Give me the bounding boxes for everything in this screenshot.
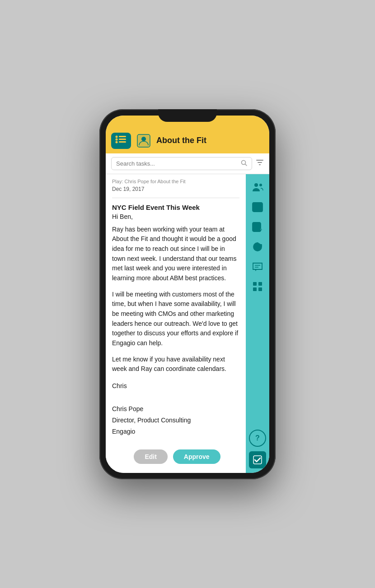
phone-notch [158, 109, 217, 122]
right-sidebar: ? [246, 174, 269, 473]
app-logo[interactable] [111, 133, 131, 149]
email-date: Dec 19, 2017 [112, 186, 239, 192]
email-paragraph-2: I will be meeting with customers most of… [112, 290, 239, 348]
svg-rect-28 [258, 287, 262, 291]
svg-point-12 [259, 184, 262, 186]
search-input-wrap[interactable] [111, 157, 252, 170]
email-meta: Play: Chris Pope for About the Fit [112, 179, 239, 184]
svg-point-0 [116, 139, 118, 141]
email-greeting: Hi Ben, [112, 213, 239, 220]
svg-rect-25 [253, 282, 257, 286]
svg-point-2 [116, 141, 118, 144]
bottom-actions: Edit Approve [112, 449, 242, 464]
edit-button[interactable]: Edit [134, 449, 167, 464]
sidebar-refresh-icon[interactable] [249, 238, 266, 255]
search-input[interactable] [116, 160, 238, 167]
phone-screen: About the Fit [106, 116, 269, 473]
sidebar-chat-icon[interactable] [249, 258, 266, 275]
signature-name: Chris Pope [112, 403, 239, 415]
help-label: ? [255, 434, 260, 442]
svg-point-1 [116, 136, 118, 138]
search-icon [241, 160, 247, 167]
phone-device: About the Fit [99, 109, 276, 479]
header-person-icon [136, 133, 152, 149]
email-signature: Chris Chris Pope Director, Product Consu… [112, 380, 239, 437]
svg-line-10 [245, 164, 247, 166]
page-title: About the Fit [156, 136, 264, 145]
sidebar-help-icon[interactable]: ? [249, 430, 266, 447]
email-paragraph-3: Let me know if you have availability nex… [112, 355, 239, 374]
svg-point-8 [141, 137, 146, 141]
signature-company: Engagio [112, 426, 239, 437]
svg-rect-26 [258, 282, 262, 286]
svg-rect-4 [119, 136, 126, 137]
svg-point-22 [253, 243, 262, 251]
sidebar-grid-icon[interactable] [249, 278, 266, 295]
sidebar-check-icon[interactable] [249, 451, 266, 468]
content-area[interactable]: Play: Chris Pope for About the Fit Dec 1… [106, 174, 246, 473]
svg-rect-27 [253, 287, 257, 291]
svg-rect-3 [119, 139, 126, 140]
email-subject: NYC Field Event This Week [112, 204, 239, 211]
divider [112, 198, 239, 198]
sidebar-list-icon[interactable] [249, 199, 266, 216]
approve-button[interactable]: Approve [173, 449, 220, 464]
svg-point-11 [254, 183, 258, 187]
sidebar-edit-list-icon[interactable] [249, 218, 266, 236]
email-closing: Chris [112, 380, 239, 392]
logo-icon [115, 134, 127, 147]
email-paragraph-1: Ray has been working with your team at A… [112, 225, 239, 283]
svg-rect-5 [119, 141, 126, 143]
filter-icon[interactable] [256, 158, 264, 169]
signature-title: Director, Product Consulting [112, 415, 239, 426]
main-content: Play: Chris Pope for About the Fit Dec 1… [106, 174, 269, 473]
sidebar-people-icon[interactable] [249, 179, 266, 196]
search-bar [106, 153, 269, 174]
